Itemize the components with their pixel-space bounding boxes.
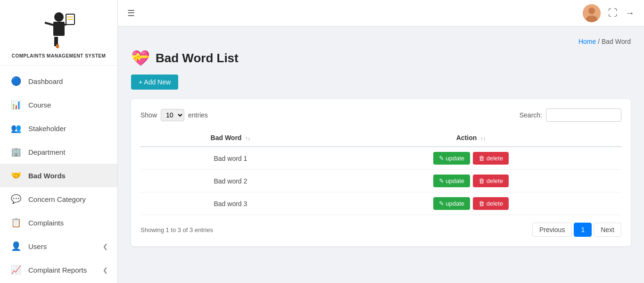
table-row: Bad word 3✎ update🗑 delete	[140, 192, 621, 215]
sidebar-nav: 🔵 Dashboard 📊 Course 👥 Stakeholder 🏢 Dep…	[0, 66, 117, 283]
col-bad-word: Bad Word ↑↓	[140, 129, 321, 147]
table-cell-bad-word: Bad word 2	[140, 170, 321, 192]
table-body: Bad word 1✎ update🗑 deleteBad word 2✎ up…	[140, 147, 621, 215]
entries-label: entries	[188, 111, 208, 119]
logo-image	[40, 8, 78, 51]
sidebar-item-course[interactable]: 📊 Course	[0, 93, 117, 117]
table-card: Show 10 25 50 entries Search:	[131, 99, 631, 246]
page-title: Bad Word List	[156, 51, 239, 66]
pagination: Previous 1 Next	[532, 223, 621, 237]
dashboard-icon: 🔵	[9, 75, 23, 88]
page-header-icon: 💝	[131, 49, 150, 67]
hamburger-button[interactable]: ☰	[127, 8, 135, 18]
breadcrumb-current: Bad Word	[602, 38, 631, 45]
complaint-reports-arrow-icon: ❮	[103, 266, 108, 274]
sidebar-label-users: Users	[28, 242, 103, 250]
avatar-image	[583, 4, 601, 22]
search-input[interactable]	[546, 108, 621, 122]
complaints-icon: 📋	[9, 216, 23, 229]
entries-select[interactable]: 10 25 50	[161, 109, 184, 121]
table-row: Bad word 1✎ update🗑 delete	[140, 147, 621, 170]
table-cell-action: ✎ update🗑 delete	[321, 192, 621, 215]
sort-icon-bad-word[interactable]: ↑↓	[245, 135, 250, 141]
main-area: ☰ ⛶ → Home / Bad Word 💝 Bad Word List	[118, 0, 644, 283]
complaint-reports-icon: 📈	[9, 263, 23, 276]
sidebar-item-department[interactable]: 🏢 Department	[0, 140, 117, 164]
sidebar-item-complaints[interactable]: 📋 Complaints	[0, 211, 117, 234]
table-cell-bad-word: Bad word 1	[140, 147, 321, 170]
col-bad-word-label: Bad Word	[211, 134, 242, 142]
sidebar: COMPLAINTS MANAGEMENT SYSTEM 🔵 Dashboard…	[0, 0, 118, 283]
previous-button[interactable]: Previous	[532, 223, 572, 237]
svg-rect-8	[56, 44, 59, 48]
search-label: Search:	[520, 111, 542, 119]
users-arrow-icon: ❮	[103, 243, 108, 250]
sidebar-item-bad-words[interactable]: 🤝 Bad Words	[0, 164, 117, 187]
sidebar-item-dashboard[interactable]: 🔵 Dashboard	[0, 69, 117, 93]
fullscreen-button[interactable]: ⛶	[608, 8, 618, 18]
sidebar-label-bad-words: Bad Words	[28, 172, 108, 180]
course-icon: 📊	[9, 98, 23, 111]
page-1-button[interactable]: 1	[574, 223, 592, 237]
breadcrumb: Home / Bad Word	[131, 38, 631, 45]
delete-button[interactable]: 🗑 delete	[473, 197, 509, 210]
showing-text: Showing 1 to 3 of 3 entries	[140, 226, 213, 233]
col-action-label: Action	[456, 134, 477, 142]
table-cell-action: ✎ update🗑 delete	[321, 147, 621, 170]
update-button[interactable]: ✎ update	[433, 197, 470, 210]
table-head: Bad Word ↑↓ Action ↑↓	[140, 129, 621, 147]
data-table: Bad Word ↑↓ Action ↑↓ Bad word 1✎ update…	[140, 129, 621, 215]
table-cell-action: ✎ update🗑 delete	[321, 170, 621, 192]
sidebar-logo: COMPLAINTS MANAGEMENT SYSTEM	[0, 0, 117, 66]
topbar: ☰ ⛶ →	[118, 0, 644, 26]
sort-icon-action: ↑↓	[480, 135, 486, 141]
table-controls: Show 10 25 50 entries Search:	[140, 108, 621, 122]
page-header: 💝 Bad Word List	[131, 49, 631, 67]
search-box: Search:	[520, 108, 621, 122]
logout-button[interactable]: →	[625, 8, 635, 18]
sidebar-label-dashboard: Dashboard	[28, 77, 108, 85]
stakeholder-icon: 👥	[9, 122, 23, 135]
avatar[interactable]	[583, 4, 601, 22]
delete-button[interactable]: 🗑 delete	[473, 152, 509, 165]
sidebar-item-concern-category[interactable]: 💬 Concern Category	[0, 187, 117, 211]
bad-words-icon: 🤝	[9, 169, 23, 182]
topbar-left: ☰	[127, 8, 135, 18]
logo-text: COMPLAINTS MANAGEMENT SYSTEM	[12, 53, 106, 59]
department-icon: 🏢	[9, 145, 23, 158]
content-area: Home / Bad Word 💝 Bad Word List + Add Ne…	[118, 26, 644, 283]
table-row: Bad word 2✎ update🗑 delete	[140, 170, 621, 192]
sidebar-label-concern-category: Concern Category	[28, 195, 108, 203]
sidebar-item-stakeholder[interactable]: 👥 Stakeholder	[0, 117, 117, 140]
users-icon: 👤	[9, 240, 23, 253]
sidebar-item-users[interactable]: 👤 Users ❮	[0, 234, 117, 258]
svg-point-10	[588, 8, 595, 14]
show-label: Show	[140, 111, 157, 119]
svg-point-1	[54, 12, 64, 22]
breadcrumb-home[interactable]: Home	[578, 38, 596, 45]
sidebar-item-complaint-reports[interactable]: 📈 Complaint Reports ❮	[0, 258, 117, 282]
sidebar-label-department: Department	[28, 148, 108, 156]
svg-rect-2	[53, 22, 65, 36]
col-action: Action ↑↓	[321, 129, 621, 147]
table-footer: Showing 1 to 3 of 3 entries Previous 1 N…	[140, 223, 621, 237]
svg-line-3	[45, 23, 53, 25]
topbar-right: ⛶ →	[583, 4, 635, 22]
next-button[interactable]: Next	[594, 223, 621, 237]
sidebar-label-course: Course	[28, 101, 108, 109]
concern-category-icon: 💬	[9, 192, 23, 206]
table-cell-bad-word: Bad word 3	[140, 192, 321, 215]
update-button[interactable]: ✎ update	[433, 152, 470, 165]
breadcrumb-separator: /	[598, 38, 602, 45]
show-entries: Show 10 25 50 entries	[140, 109, 208, 121]
update-button[interactable]: ✎ update	[433, 175, 470, 187]
add-new-button[interactable]: + Add New	[131, 75, 178, 90]
delete-button[interactable]: 🗑 delete	[473, 175, 509, 187]
sidebar-label-complaint-reports: Complaint Reports	[28, 266, 103, 274]
sidebar-label-complaints: Complaints	[28, 219, 108, 227]
sidebar-label-stakeholder: Stakeholder	[28, 125, 108, 133]
